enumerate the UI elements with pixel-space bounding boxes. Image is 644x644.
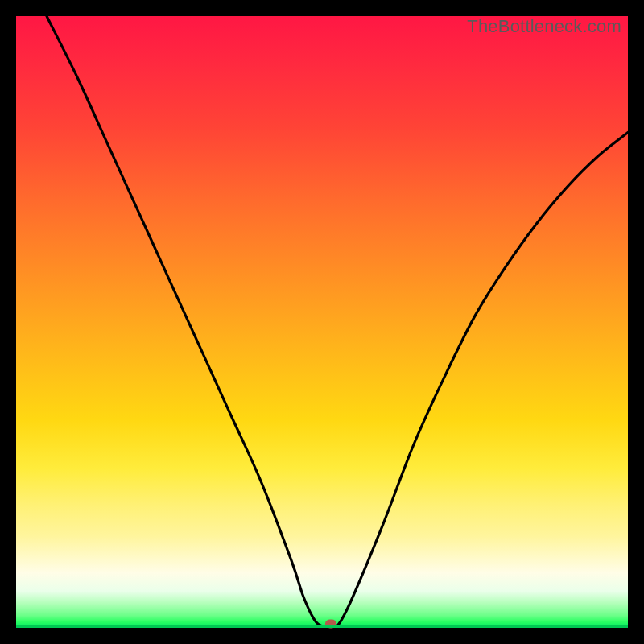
green-baseline <box>16 625 628 628</box>
bottleneck-curve <box>16 16 628 628</box>
plot-area: TheBottleneck.com <box>16 16 628 628</box>
